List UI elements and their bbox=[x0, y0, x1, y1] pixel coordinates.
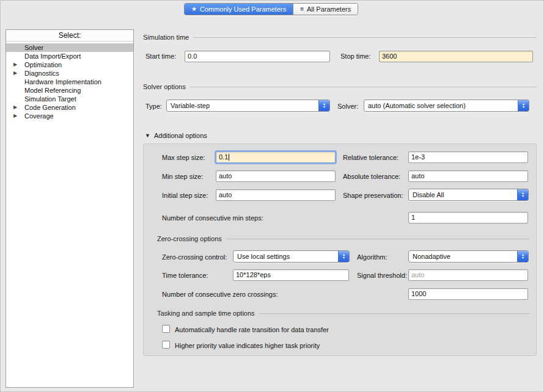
tab-all-parameters-label: All Parameters bbox=[307, 5, 351, 13]
solver-options-section-header: Solver options bbox=[143, 83, 537, 90]
max-step-size-label: Max step size: bbox=[162, 154, 205, 161]
list-icon: ≡ bbox=[300, 6, 304, 12]
shape-preservation-label: Shape preservation: bbox=[343, 192, 403, 199]
stop-time-label: Stop time: bbox=[340, 53, 371, 60]
sidebar-item-optimization[interactable]: ▶ Optimization bbox=[6, 60, 133, 69]
dropdown-arrows-icon: ▲▼ bbox=[517, 189, 528, 200]
additional-options-title: Additional options bbox=[154, 132, 207, 139]
time-tolerance-input[interactable]: 10*128*eps bbox=[233, 269, 349, 281]
higher-priority-checkbox[interactable] bbox=[162, 341, 170, 349]
sidebar-item-label: Diagnostics bbox=[24, 70, 59, 77]
section-title: Zero-crossing options bbox=[157, 235, 222, 242]
absolute-tolerance-label: Absolute tolerance: bbox=[343, 173, 400, 180]
max-step-size-input[interactable]: 0.1 bbox=[216, 151, 336, 163]
initial-step-size-label: Initial step size: bbox=[162, 192, 208, 199]
sidebar-item-simulation-target[interactable]: Simulation Target bbox=[6, 95, 133, 103]
sidebar-item-label: Coverage bbox=[24, 112, 54, 120]
max-step-size-value: 0.1 bbox=[219, 153, 228, 161]
sidebar-item-solver[interactable]: Solver bbox=[6, 43, 133, 52]
algorithm-dropdown[interactable]: Nonadaptive ▲▼ bbox=[408, 250, 529, 263]
stop-time-input[interactable]: 3600 bbox=[379, 51, 533, 62]
sidebar-item-diagnostics[interactable]: ▶ Diagnostics bbox=[6, 69, 133, 78]
zero-crossing-control-value: Use local settings bbox=[233, 253, 338, 260]
parameters-tabbar: ★ Commonly Used Parameters ≡ All Paramet… bbox=[184, 3, 358, 15]
start-time-input[interactable]: 0.0 bbox=[185, 51, 330, 62]
expand-arrow-icon[interactable]: ▶ bbox=[13, 103, 17, 112]
min-step-size-input[interactable]: auto bbox=[216, 170, 336, 182]
zero-crossing-section-header: Zero-crossing options bbox=[157, 235, 530, 242]
sidebar-item-label: Optimization bbox=[24, 61, 62, 68]
section-rule bbox=[226, 239, 530, 239]
tab-commonly-used-label: Commonly Used Parameters bbox=[200, 5, 286, 13]
rate-transition-checkbox-label: Automatically handle rate transition for… bbox=[175, 326, 329, 333]
zero-crossing-control-label: Zero-crossing control: bbox=[162, 253, 227, 261]
shape-preservation-dropdown[interactable]: Disable All ▲▼ bbox=[408, 189, 529, 201]
solver-dropdown-value: auto (Automatic solver selection) bbox=[364, 102, 518, 109]
additional-options-disclosure[interactable]: ▼ Additional options bbox=[145, 132, 207, 139]
category-tree: Solver Data Import/Export ▶ Optimization… bbox=[6, 42, 133, 120]
signal-threshold-input[interactable]: auto bbox=[408, 269, 528, 281]
zero-crossing-control-dropdown[interactable]: Use local settings ▲▼ bbox=[233, 250, 350, 263]
sidebar-item-label: Hardware Implementation bbox=[24, 78, 101, 85]
consecutive-zero-crossings-label: Number of consecutive zero crossings: bbox=[162, 291, 278, 298]
simulation-time-section-header: Simulation time bbox=[143, 34, 537, 41]
star-icon: ★ bbox=[191, 6, 197, 12]
tasking-section-header: Tasking and sample time options bbox=[157, 310, 530, 317]
initial-step-size-input[interactable]: auto bbox=[216, 189, 336, 201]
signal-threshold-label: Signal threshold: bbox=[357, 272, 407, 279]
section-rule bbox=[259, 313, 530, 314]
disclosure-triangle-icon: ▼ bbox=[145, 132, 150, 139]
sidebar-item-label: Code Generation bbox=[24, 104, 76, 111]
tab-commonly-used-parameters[interactable]: ★ Commonly Used Parameters bbox=[185, 4, 293, 15]
sidebar-item-data-import-export[interactable]: Data Import/Export bbox=[6, 52, 133, 60]
dropdown-arrows-icon: ▲▼ bbox=[318, 100, 329, 111]
select-pane-header: Select: bbox=[6, 30, 133, 42]
type-label: Type: bbox=[145, 103, 162, 110]
start-time-label: Start time: bbox=[145, 53, 176, 60]
absolute-tolerance-input[interactable]: auto bbox=[408, 170, 528, 182]
solver-label: Solver: bbox=[337, 103, 358, 110]
expand-arrow-icon[interactable]: ▶ bbox=[13, 112, 17, 120]
consecutive-min-steps-input[interactable]: 1 bbox=[408, 212, 528, 223]
sidebar-item-label: Data Import/Export bbox=[24, 53, 81, 60]
tab-all-parameters[interactable]: ≡ All Parameters bbox=[293, 4, 358, 15]
sidebar-item-label: Model Referencing bbox=[24, 87, 81, 94]
sidebar-item-model-referencing[interactable]: Model Referencing bbox=[6, 86, 133, 95]
section-title: Tasking and sample time options bbox=[157, 310, 255, 317]
select-pane: Select: Solver Data Import/Export ▶ Opti… bbox=[6, 29, 134, 388]
type-dropdown-value: Variable-step bbox=[167, 102, 318, 109]
relative-tolerance-input[interactable]: 1e-3 bbox=[408, 151, 528, 163]
sidebar-item-label: Solver bbox=[24, 44, 43, 51]
shape-preservation-value: Disable All bbox=[409, 191, 517, 198]
algorithm-value: Nonadaptive bbox=[409, 253, 517, 260]
dropdown-arrows-icon: ▲▼ bbox=[517, 251, 528, 262]
higher-priority-checkbox-label: Higher priority value indicates higher t… bbox=[175, 342, 320, 349]
type-dropdown[interactable]: Variable-step ▲▼ bbox=[166, 100, 330, 112]
algorithm-label: Algorithm: bbox=[357, 253, 388, 261]
sidebar-item-coverage[interactable]: ▶ Coverage bbox=[6, 112, 133, 120]
solver-dropdown[interactable]: auto (Automatic solver selection) ▲▼ bbox=[364, 100, 529, 112]
sidebar-item-hardware-implementation[interactable]: Hardware Implementation bbox=[6, 78, 133, 86]
time-tolerance-label: Time tolerance: bbox=[162, 272, 208, 279]
dropdown-arrows-icon: ▲▼ bbox=[518, 100, 529, 111]
section-title: Solver options bbox=[143, 83, 186, 90]
configuration-parameters-dialog: ★ Commonly Used Parameters ≡ All Paramet… bbox=[0, 0, 544, 392]
min-step-size-label: Min step size: bbox=[162, 173, 203, 180]
rate-transition-checkbox[interactable] bbox=[162, 325, 170, 333]
relative-tolerance-label: Relative tolerance: bbox=[343, 154, 399, 161]
consecutive-zero-crossings-input[interactable]: 1000 bbox=[408, 288, 528, 300]
text-cursor bbox=[229, 154, 229, 161]
consecutive-min-steps-label: Number of consecutive min steps: bbox=[162, 214, 263, 222]
sidebar-item-code-generation[interactable]: ▶ Code Generation bbox=[6, 103, 133, 112]
sidebar-item-label: Simulation Target bbox=[24, 95, 76, 103]
section-rule bbox=[193, 37, 537, 38]
dropdown-arrows-icon: ▲▼ bbox=[338, 251, 349, 262]
section-title: Simulation time bbox=[143, 34, 189, 41]
expand-arrow-icon[interactable]: ▶ bbox=[13, 69, 17, 78]
expand-arrow-icon[interactable]: ▶ bbox=[13, 60, 17, 69]
section-rule bbox=[190, 87, 537, 87]
